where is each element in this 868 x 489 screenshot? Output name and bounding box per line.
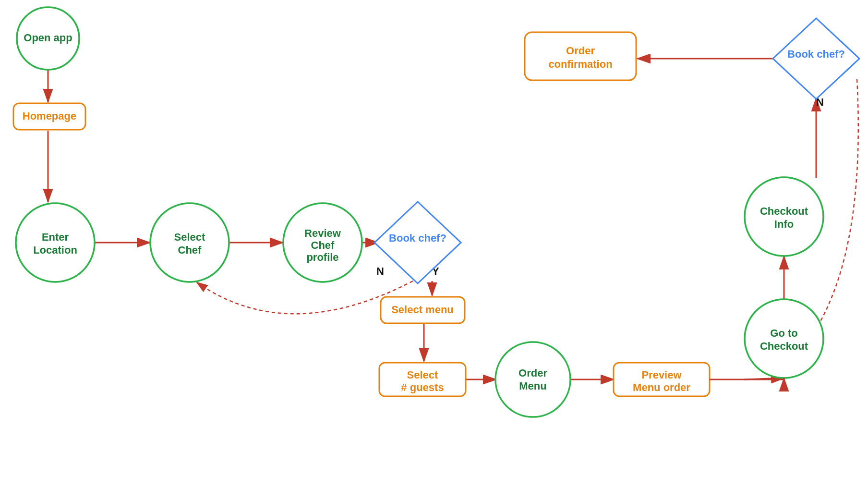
checkout-info-node: Checkout Info <box>745 177 823 256</box>
svg-text:Menu order: Menu order <box>633 381 690 393</box>
svg-text:Book chef?: Book chef? <box>389 232 446 244</box>
book-chef-mid-node: Book chef? <box>374 202 461 283</box>
label-n-mid: N <box>376 265 384 277</box>
svg-text:Go to: Go to <box>770 327 797 339</box>
preview-menu-node: Preview Menu order <box>614 363 710 396</box>
select-chef-node: Select Chef <box>150 203 229 282</box>
svg-text:Select: Select <box>407 369 438 381</box>
go-checkout-node: Go to Checkout <box>745 299 823 378</box>
svg-text:Chef: Chef <box>311 239 335 251</box>
svg-text:Chef: Chef <box>178 244 202 256</box>
svg-text:# guests: # guests <box>401 381 444 393</box>
open-app-node: Open app <box>17 7 79 70</box>
svg-text:Order: Order <box>566 45 595 57</box>
select-guests-node: Select # guests <box>379 363 466 396</box>
svg-text:Open app: Open app <box>24 32 72 44</box>
svg-text:Homepage: Homepage <box>23 110 76 122</box>
svg-text:Checkout: Checkout <box>760 340 808 352</box>
svg-text:Review: Review <box>304 227 341 239</box>
order-confirmation-node: Order confirmation <box>525 32 636 80</box>
book-chef-top-node: Book chef? <box>773 18 859 99</box>
review-chef-node: Review Chef profile <box>283 203 362 282</box>
svg-text:Order: Order <box>518 367 547 379</box>
svg-text:profile: profile <box>306 251 338 263</box>
select-menu-node: Select menu <box>381 297 465 323</box>
svg-text:Menu: Menu <box>519 380 546 392</box>
svg-text:confirmation: confirmation <box>548 58 612 70</box>
svg-text:Checkout: Checkout <box>760 205 808 217</box>
svg-text:Info: Info <box>774 218 794 230</box>
enter-location-node: Enter Location <box>16 203 95 282</box>
homepage-node: Homepage <box>13 103 85 130</box>
svg-text:Select menu: Select menu <box>391 304 454 316</box>
order-menu-node: Order Menu <box>495 342 570 417</box>
svg-text:Enter: Enter <box>42 231 69 243</box>
svg-text:Location: Location <box>33 244 77 256</box>
svg-text:Select: Select <box>174 231 205 243</box>
svg-text:Preview: Preview <box>641 369 682 381</box>
svg-text:Book chef?: Book chef? <box>787 48 845 60</box>
